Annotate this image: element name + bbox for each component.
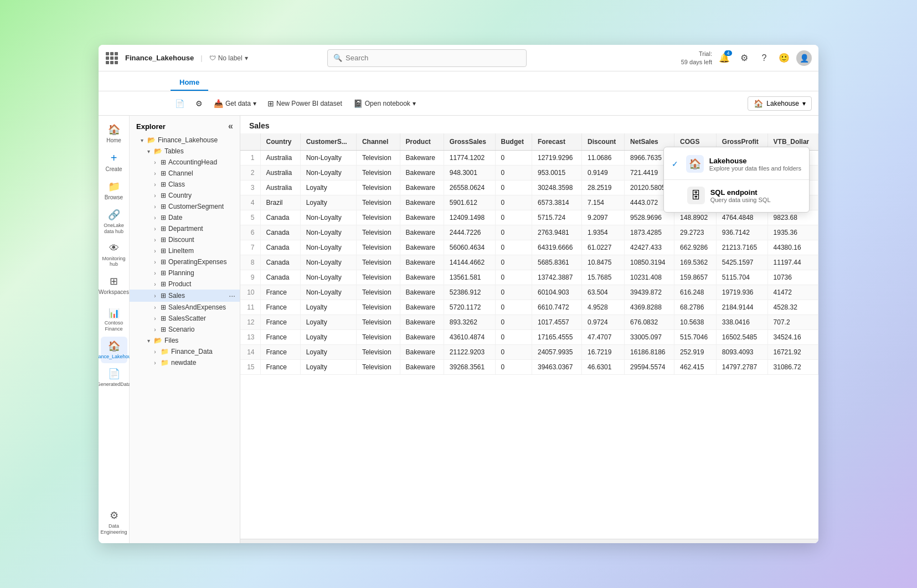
- sidebar-label-data-engineering: Data Engineering: [100, 523, 127, 535]
- sidebar-item-browse[interactable]: 📁 Browse: [101, 177, 127, 204]
- col-header-rownum: [240, 133, 260, 151]
- feedback-button[interactable]: 🙂: [776, 50, 792, 66]
- li-chevron-icon: ›: [152, 248, 158, 254]
- row-number: 14: [240, 345, 260, 360]
- tree-item-country[interactable]: › ⊞ Country: [130, 190, 240, 201]
- table-row: 9CanadaNon-LoyaltyTelevisionBakeware1356…: [240, 270, 818, 285]
- row-number: 15: [240, 360, 260, 375]
- col-header-grosssales[interactable]: GrossSales: [444, 133, 495, 151]
- sql-option-icon: 🗄: [687, 187, 705, 204]
- tab-home[interactable]: Home: [171, 75, 208, 91]
- table-cell: Television: [356, 166, 400, 180]
- tree-item-workspace[interactable]: ▾ 📂 Finance_Lakehouse: [130, 135, 240, 146]
- search-input[interactable]: [346, 54, 521, 62]
- home-icon: 🏠: [108, 123, 120, 136]
- table-cell: 0: [495, 240, 532, 255]
- tree-item-finance-data[interactable]: › 📁 Finance_Data: [130, 346, 240, 357]
- co-chevron-icon: ›: [152, 193, 158, 199]
- lakehouse-option-icon: 🏠: [686, 155, 704, 173]
- user-avatar[interactable]: 👤: [796, 50, 812, 66]
- tree-item-channel[interactable]: › ⊞ Channel: [130, 168, 240, 179]
- get-data-button[interactable]: 📥 Get data ▾: [209, 97, 261, 110]
- tree-item-customersegment[interactable]: › ⊞ CustomerSegment: [130, 201, 240, 212]
- tree-item-salesscatter[interactable]: › ⊞ SalesScatter: [130, 313, 240, 324]
- new-file-button[interactable]: 📄: [171, 97, 189, 110]
- table-cell: Bakeware: [400, 225, 444, 240]
- settings-toolbar-button[interactable]: ⚙: [191, 97, 207, 110]
- col-header-product[interactable]: Product: [400, 133, 444, 151]
- tree-item-sales[interactable]: › ⊞ Sales ···: [130, 290, 240, 302]
- col-header-customersegment[interactable]: CustomerS...: [300, 133, 356, 151]
- search-box[interactable]: 🔍: [327, 49, 527, 67]
- horizontal-scrollbar[interactable]: [240, 539, 818, 543]
- label-badge[interactable]: 🛡 No label ▾: [209, 54, 248, 62]
- tree-item-files[interactable]: ▾ 📂 Files: [130, 335, 240, 346]
- col-header-channel[interactable]: Channel: [356, 133, 400, 151]
- tree-item-newdate[interactable]: › 📁 newdate: [130, 357, 240, 368]
- tree-item-salesandexpenses[interactable]: › ⊞ SalesAndExpenses: [130, 302, 240, 313]
- create-icon: +: [111, 152, 117, 164]
- sidebar-item-home[interactable]: 🏠 Home: [101, 120, 127, 147]
- open-notebook-button[interactable]: 📓 Open notebook ▾: [349, 97, 420, 110]
- sidebar-item-data-engineering[interactable]: ⚙ Data Engineering: [101, 506, 127, 539]
- table-cell: 4.9528: [581, 300, 624, 315]
- table-cell: 5720.1172: [444, 300, 495, 315]
- col-header-discount[interactable]: Discount: [581, 133, 624, 151]
- explorer-collapse-button[interactable]: «: [228, 121, 233, 131]
- table-cell: 0: [495, 195, 532, 210]
- sidebar-item-monitoring[interactable]: 👁 Monitoring hub: [101, 239, 127, 271]
- waffle-button[interactable]: [105, 51, 119, 65]
- col-header-forecast[interactable]: Forecast: [532, 133, 582, 151]
- tree-item-accountinghead[interactable]: › ⊞ AccountingHead: [130, 157, 240, 168]
- table-cell: 17165.4555: [532, 330, 582, 345]
- sales-context-menu-button[interactable]: ···: [229, 291, 235, 300]
- sidebar-label-generated: GeneratedData: [99, 381, 131, 388]
- sidebar-label-home: Home: [106, 137, 121, 144]
- fd-chevron-icon: ›: [152, 349, 158, 355]
- table-row: 11FranceLoyaltyTelevisionBakeware5720.11…: [240, 300, 818, 315]
- tree-item-date[interactable]: › ⊞ Date: [130, 212, 240, 223]
- table-row: 12FranceLoyaltyTelevisionBakeware893.326…: [240, 315, 818, 330]
- table-cell: 34524.16: [767, 330, 818, 345]
- notebook-icon: 📓: [353, 99, 363, 108]
- tree-item-tables[interactable]: ▾ 📂 Tables: [130, 146, 240, 157]
- help-button[interactable]: ?: [756, 50, 772, 66]
- settings-button[interactable]: ⚙: [736, 50, 752, 66]
- table-row: 6CanadaNon-LoyaltyTelevisionBakeware2444…: [240, 225, 818, 240]
- tree-item-scenario[interactable]: › ⊞ Scenario: [130, 324, 240, 335]
- col-header-country[interactable]: Country: [260, 133, 300, 151]
- table-cell: Brazil: [260, 195, 300, 210]
- col-header-budget[interactable]: Budget: [495, 133, 532, 151]
- dropdown-item-lakehouse[interactable]: ✓ 🏠 Lakehouse Explore your data files an…: [664, 151, 809, 177]
- table-cell: 44380.16: [767, 240, 818, 255]
- table-icon-lineitem: ⊞: [161, 247, 166, 255]
- tree-item-lineitem[interactable]: › ⊞ LineItem: [130, 245, 240, 256]
- tree-item-discount[interactable]: › ⊞ Discount: [130, 234, 240, 245]
- gear-icon: ⚙: [195, 99, 203, 108]
- new-powerbi-button[interactable]: ⊞ New Power BI dataset: [263, 97, 347, 110]
- table-cell: 948.3001: [444, 166, 495, 180]
- table-icon-country: ⊞: [161, 192, 166, 199]
- dropdown-item-sql[interactable]: 🗄 SQL endpoint Query data using SQL: [664, 182, 809, 209]
- contoso-icon: 📊: [109, 308, 120, 318]
- table-icon-product: ⊞: [161, 280, 166, 288]
- sidebar-item-finance-lakehouse[interactable]: 🏠 Finance_Lakehouse: [101, 337, 127, 363]
- row-number: 13: [240, 330, 260, 345]
- sidebar-item-workspaces[interactable]: ⊞ Workspaces: [101, 272, 127, 299]
- lakehouse-switcher[interactable]: 🏠 Lakehouse ▾: [748, 96, 812, 111]
- tree-item-department[interactable]: › ⊞ Department: [130, 223, 240, 234]
- sidebar-item-generateddata[interactable]: 📄 GeneratedData: [101, 364, 127, 391]
- notifications-button[interactable]: 🔔 4: [717, 50, 732, 66]
- table-cell: 60104.903: [532, 285, 582, 300]
- tree-item-operatingexpenses[interactable]: › ⊞ OperatingExpenses: [130, 256, 240, 267]
- tree-item-class[interactable]: › ⊞ Class: [130, 179, 240, 190]
- tree-item-planning[interactable]: › ⊞ Planning: [130, 267, 240, 278]
- table-cell: Bakeware: [400, 360, 444, 375]
- tree-item-product[interactable]: › ⊞ Product: [130, 278, 240, 290]
- files-folder-icon: 📂: [154, 337, 162, 344]
- explorer-header: Explorer «: [130, 116, 240, 135]
- sidebar-item-create[interactable]: + Create: [101, 148, 127, 176]
- table-cell: 0: [495, 255, 532, 270]
- sidebar-item-contoso[interactable]: 📊 Contoso Finance: [101, 305, 127, 336]
- sidebar-item-onelake[interactable]: 🔗 OneLake data hub: [101, 205, 127, 238]
